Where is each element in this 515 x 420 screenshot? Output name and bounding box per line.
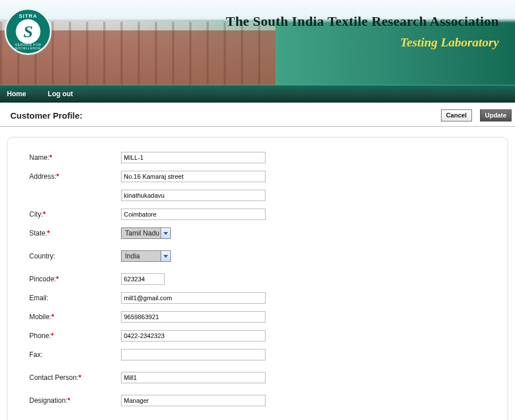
chevron-down-icon [161,251,170,261]
page-header: Customer Profile: Cancel Update [0,103,515,127]
cancel-button[interactable]: Cancel [441,109,472,121]
nav-home[interactable]: Home [7,90,26,98]
row-city: City:* [29,208,486,221]
page-actions: Cancel Update [441,109,512,121]
label-name: Name:* [29,154,121,162]
contact-field[interactable] [121,372,266,383]
city-field[interactable] [121,209,266,220]
page-title: Customer Profile: [10,111,83,120]
row-address2 [29,189,486,202]
org-subtitle: Testing Laboratory [226,35,499,50]
country-select-value: India [125,252,140,260]
row-country: Country: India [29,250,486,262]
address1-field[interactable] [121,171,266,182]
label-email: Email: [29,294,121,302]
label-fax: Fax: [29,351,121,359]
row-address1: Address:* [29,170,486,183]
designation-field[interactable] [121,395,266,406]
label-address: Address:* [29,172,121,180]
chevron-down-icon [161,228,170,238]
address2-field[interactable] [121,190,266,201]
label-phone: Phone:* [29,332,121,340]
logo-text-top: SITRA [6,13,50,19]
main-nav: Home Log out [0,85,515,103]
email-field[interactable] [121,292,266,304]
label-contact: Contact Person:* [29,374,121,382]
update-button[interactable]: Update [480,109,512,121]
row-fax: Fax: [29,348,486,361]
row-state: State:* Tamil Nadu [29,227,486,240]
row-mobile: Mobile:* [29,311,486,323]
country-select[interactable]: India [121,250,171,262]
logo-letter-icon: S [24,22,33,41]
label-pincode: Pincode:* [29,275,121,283]
state-select[interactable]: Tamil Nadu [121,227,171,239]
row-email: Email: [29,292,486,304]
profile-form-card: Name:* Address:* City:* State:* Tamil Na… [7,137,508,420]
row-name: Name:* [29,151,486,164]
label-designation: Designation:* [29,397,121,405]
mobile-field[interactable] [121,311,266,323]
row-contact: Contact Person:* [29,371,486,384]
label-state: State:* [29,229,121,237]
row-pincode: Pincode:* [29,273,486,285]
banner-titles: The South India Textile Research Associa… [226,14,499,50]
nav-logout[interactable]: Log out [48,90,73,98]
label-country: Country: [29,252,121,260]
sitra-logo: SITRA S SERVICE FOR EXCELLENCE [5,8,52,55]
phone-field[interactable] [121,330,266,342]
fax-field[interactable] [121,349,266,360]
row-designation: Designation:* [29,394,486,407]
header-banner: SITRA S SERVICE FOR EXCELLENCE The South… [0,0,515,85]
row-phone: Phone:* [29,329,486,342]
pincode-field[interactable] [121,273,165,285]
logo-text-bottom: SERVICE FOR EXCELLENCE [6,43,50,50]
state-select-value: Tamil Nadu [125,229,159,237]
label-city: City:* [29,210,121,218]
org-title: The South India Textile Research Associa… [226,14,499,29]
name-field[interactable] [121,152,266,163]
label-mobile: Mobile:* [29,313,121,321]
